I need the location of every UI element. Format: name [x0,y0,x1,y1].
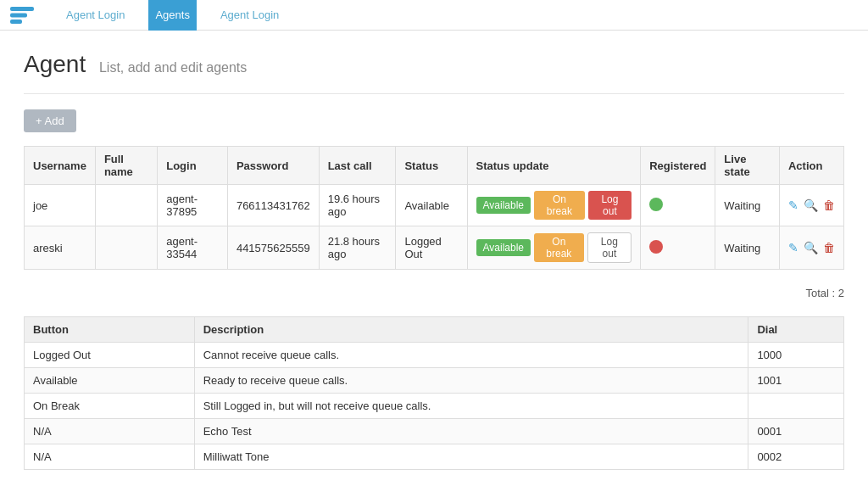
col-registered: Registered [641,147,715,185]
col-live-state: Live state [715,147,780,185]
col-password: Password [227,147,319,185]
legend-cell-description: Ready to receive queue calls. [194,368,748,394]
cell-live-state: Waiting [715,226,780,270]
legend-cell-description: Still Logged in, but will not receive qu… [194,394,748,419]
legend-cell-dial: 1000 [748,343,844,368]
edit-icon[interactable]: ✎ [788,198,798,212]
cell-username: joe [25,185,96,226]
cell-login: agent-33544 [158,226,228,270]
nav-link-agent-login-1[interactable]: Agent Login [59,0,131,31]
legend-row: N/AMilliwatt Tone0002 [25,444,844,470]
cell-lastcall: 19.6 hours ago [319,185,396,226]
legend-cell-dial [748,394,844,419]
legend-cell-description: Echo Test [194,419,748,444]
delete-icon[interactable]: 🗑 [823,198,835,212]
cell-live-state: Waiting [715,185,780,226]
agents-table: Username Full name Login Password Last c… [24,146,844,270]
cell-fullname [95,226,157,270]
legend-cell-button: Logged Out [25,343,195,368]
logout-button[interactable]: Log out [588,191,632,220]
onbreak-button[interactable]: On break [534,233,584,262]
search-icon[interactable]: 🔍 [804,198,818,212]
registered-no-icon [649,240,663,254]
registered-yes-icon [649,198,663,211]
cell-lastcall: 21.8 hours ago [319,226,396,270]
legend-cell-button: N/A [25,419,195,444]
legend-row: N/AEcho Test0001 [25,419,844,444]
delete-icon[interactable]: 🗑 [823,241,835,254]
table-row: joeagent-3789576611343176219.6 hours ago… [25,185,844,226]
legend-col-button: Button [25,317,195,343]
legend-cell-button: N/A [25,444,195,470]
cell-status-update: AvailableOn breakLog out [467,185,641,226]
svg-rect-1 [10,13,27,17]
legend-table: Button Description Dial Logged OutCannot… [24,316,844,470]
search-icon[interactable]: 🔍 [804,241,818,254]
legend-row: On BreakStill Logged in, but will not re… [25,394,844,419]
total-count: Total : 2 [24,287,844,299]
available-button[interactable]: Available [476,197,531,214]
legend-cell-dial: 0001 [748,419,844,444]
cell-status-update: AvailableOn breakLog out [467,226,641,270]
add-agent-button[interactable]: + Add [24,109,76,132]
cell-registered [641,185,715,226]
legend-cell-button: On Break [25,394,195,419]
divider [24,93,844,94]
col-status: Status [396,147,467,185]
page-header: Agent List, add and edit agents [24,51,844,78]
nav-link-agents[interactable]: Agents [148,0,196,31]
logout-button[interactable]: Log out [587,232,632,263]
edit-icon[interactable]: ✎ [788,241,798,254]
top-navigation: Agent Login Agents Agent Login [0,0,868,31]
cell-fullname [95,185,157,226]
legend-col-dial: Dial [748,317,844,343]
table-row: areskiagent-3354444157562555921.8 hours … [25,226,844,270]
cell-login: agent-37895 [158,185,228,226]
cell-password: 766113431762 [227,185,319,226]
legend-row: AvailableReady to receive queue calls.10… [25,368,844,394]
page-content: Agent List, add and edit agents + Add Us… [0,31,868,486]
legend-cell-description: Cannot receive queue calls. [194,343,748,368]
legend-row: Logged OutCannot receive queue calls.100… [25,343,844,368]
col-username: Username [25,147,96,185]
available-button[interactable]: Available [476,239,531,256]
cell-status: Available [396,185,467,226]
page-title: Agent List, add and edit agents [24,51,844,78]
col-action: Action [779,147,843,185]
svg-rect-2 [10,20,22,24]
legend-cell-description: Milliwatt Tone [194,444,748,470]
col-lastcall: Last call [319,147,396,185]
legend-cell-button: Available [25,368,195,394]
col-status-update: Status update [467,147,641,185]
legend-cell-dial: 0002 [748,444,844,470]
nav-link-agent-login-2[interactable]: Agent Login [214,0,286,31]
col-fullname: Full name [95,147,157,185]
onbreak-button[interactable]: On break [534,191,585,220]
legend-col-description: Description [194,317,748,343]
svg-rect-0 [10,7,34,11]
cell-password: 441575625559 [227,226,319,270]
cell-username: areski [25,226,96,270]
cell-status: Logged Out [396,226,467,270]
col-login: Login [158,147,228,185]
legend-cell-dial: 1001 [748,368,844,394]
logo [10,7,34,24]
cell-action: ✎🔍🗑 [779,226,843,270]
cell-registered [641,226,715,270]
cell-action: ✎🔍🗑 [779,185,843,226]
